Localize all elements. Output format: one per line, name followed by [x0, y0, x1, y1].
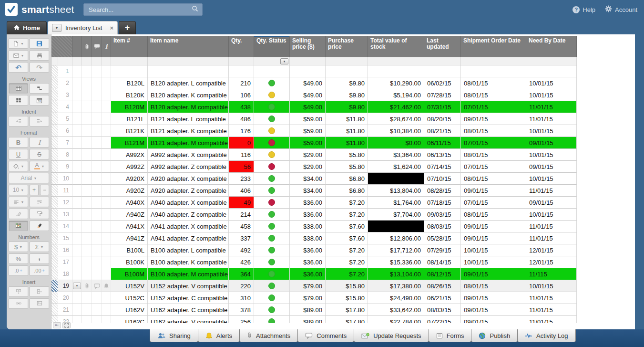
- cell-purch[interactable]: $17.80: [326, 304, 368, 316]
- cell-purch[interactable]: $15.80: [326, 292, 368, 304]
- row-comment-cell[interactable]: [92, 221, 102, 232]
- row-comment-cell[interactable]: [92, 125, 102, 137]
- cell-name[interactable]: U162 adapter. V compatible: [148, 316, 229, 323]
- row-comment-cell[interactable]: [92, 316, 102, 323]
- cell-needby[interactable]: 12/01/15: [526, 244, 577, 256]
- row-number[interactable]: 10: [58, 173, 72, 185]
- row-drag-handle[interactable]: [51, 125, 58, 137]
- cell-total[interactable]: $1,764.00: [368, 197, 424, 209]
- row-menu-cell[interactable]: [72, 304, 82, 316]
- grid-view-button[interactable]: [9, 83, 28, 94]
- cell-needby[interactable]: 09/01/15: [526, 197, 577, 209]
- cell-status[interactable]: [254, 232, 290, 244]
- highlight-button[interactable]: [30, 221, 49, 231]
- cell-shipment[interactable]: 07/01/15: [461, 161, 526, 173]
- cell-shipment[interactable]: 08/01/15: [461, 89, 526, 101]
- cell-total[interactable]: $7,704.00: [368, 209, 424, 221]
- filter-cell-name[interactable]: [148, 57, 229, 65]
- cell-name[interactable]: B100 adapter. M compatible: [148, 268, 229, 280]
- row-attachment-icon[interactable]: [84, 283, 90, 289]
- cell-item[interactable]: B100M: [111, 268, 148, 280]
- row-menu-cell[interactable]: [72, 268, 82, 280]
- cell-item[interactable]: U152C: [111, 292, 148, 304]
- column-header-purch[interactable]: Purchase price: [326, 36, 368, 57]
- cell-item[interactable]: B121K: [111, 125, 148, 137]
- cell-status[interactable]: [254, 280, 290, 292]
- cell-purch[interactable]: $9.80: [326, 89, 368, 101]
- cell-sell[interactable]: $79.00: [290, 292, 326, 304]
- cell-purch[interactable]: $9.80: [326, 101, 368, 113]
- row-drag-handle[interactable]: [51, 256, 58, 268]
- outdent-button[interactable]: [9, 116, 28, 126]
- row-number[interactable]: 19: [58, 280, 72, 292]
- row-number[interactable]: 16: [58, 244, 72, 256]
- cell-status[interactable]: [254, 125, 290, 137]
- cell-needby[interactable]: 11/01/15: [526, 101, 577, 113]
- cell-name[interactable]: B100 adapter. K compatible: [148, 256, 229, 268]
- cell-purch[interactable]: $6.80: [326, 173, 368, 185]
- row-menu-cell[interactable]: [72, 209, 82, 221]
- cell-sell[interactable]: $38.00: [290, 221, 326, 232]
- row-comment-cell[interactable]: [92, 161, 102, 173]
- column-header-qty[interactable]: Qty.: [229, 36, 254, 57]
- bottom-tab-publish[interactable]: Publish: [471, 329, 518, 342]
- row-comment-cell[interactable]: [92, 65, 102, 77]
- cell-updated[interactable]: 07/14/15: [424, 161, 461, 173]
- new-tab-button[interactable]: +: [119, 21, 136, 34]
- row-comment-cell[interactable]: [92, 280, 102, 292]
- row-attachment-cell[interactable]: [82, 77, 92, 89]
- row-number[interactable]: 6: [58, 125, 72, 137]
- row-info-cell[interactable]: [102, 89, 111, 101]
- row-menu-cell[interactable]: [72, 125, 82, 137]
- cell-shipment[interactable]: 09/01/15: [461, 221, 526, 232]
- tab-inventory-list[interactable]: ▼ Inventory List ×: [48, 21, 118, 34]
- row-menu-cell[interactable]: [72, 89, 82, 101]
- row-menu-cell[interactable]: [72, 244, 82, 256]
- cell-sell[interactable]: $36.00: [290, 197, 326, 209]
- row-drag-handle[interactable]: [51, 292, 58, 304]
- row-info-cell[interactable]: [102, 77, 111, 89]
- row-attachment-cell[interactable]: [82, 232, 92, 244]
- row-comment-cell[interactable]: [92, 244, 102, 256]
- cell-purch[interactable]: $7.20: [326, 268, 368, 280]
- cell-shipment[interactable]: 10/01/15: [461, 244, 526, 256]
- cell-item[interactable]: A920X: [111, 173, 148, 185]
- cell-total[interactable]: $28,674.00: [368, 113, 424, 125]
- cell-qty[interactable]: 214: [229, 209, 254, 221]
- row-attachment-cell[interactable]: [82, 292, 92, 304]
- row-info-cell[interactable]: [102, 65, 111, 77]
- row-info-cell[interactable]: [102, 292, 111, 304]
- font-color-button[interactable]: A▼: [30, 161, 49, 171]
- row-drag-handle[interactable]: [51, 101, 58, 113]
- tab-close-icon[interactable]: ×: [110, 24, 113, 32]
- cell-qty[interactable]: 458: [229, 221, 254, 232]
- cell-item[interactable]: A941Z: [111, 232, 148, 244]
- cell-needby[interactable]: 11/01/15: [526, 304, 577, 316]
- cell-purch[interactable]: $7.20: [326, 209, 368, 221]
- undo-button[interactable]: ↶: [9, 62, 28, 73]
- cell-name[interactable]: B121 adapter. M compatible: [148, 137, 229, 149]
- cell-sell[interactable]: $79.00: [290, 280, 326, 292]
- row-comment-cell[interactable]: [92, 77, 102, 89]
- row-info-cell[interactable]: [102, 268, 111, 280]
- row-attachment-cell[interactable]: [82, 280, 92, 292]
- cell-needby[interactable]: 11/01/15: [526, 292, 577, 304]
- expand-fullscreen-icon[interactable]: [62, 322, 71, 328]
- cell-item[interactable]: B120M: [111, 101, 148, 113]
- filter-cell-qty[interactable]: [229, 57, 254, 65]
- cell-status[interactable]: [254, 244, 290, 256]
- row-number[interactable]: 17: [58, 256, 72, 268]
- row-attachment-cell[interactable]: [82, 185, 92, 197]
- cell-total[interactable]: [368, 221, 424, 232]
- cell-item[interactable]: A920Z: [111, 185, 148, 197]
- cell-total[interactable]: $0.00: [368, 137, 424, 149]
- strikethrough-button[interactable]: S: [30, 149, 49, 159]
- row-menu-column-header[interactable]: [72, 36, 82, 57]
- cell-updated[interactable]: 07/28/15: [424, 89, 461, 101]
- row-comment-cell[interactable]: [92, 137, 102, 149]
- collapse-left-icon[interactable]: ⇤: [53, 322, 61, 328]
- cell-item[interactable]: A941X: [111, 221, 148, 232]
- row-menu-cell[interactable]: [72, 113, 82, 125]
- italic-button[interactable]: I: [30, 137, 49, 147]
- row-attachment-cell[interactable]: [82, 316, 92, 323]
